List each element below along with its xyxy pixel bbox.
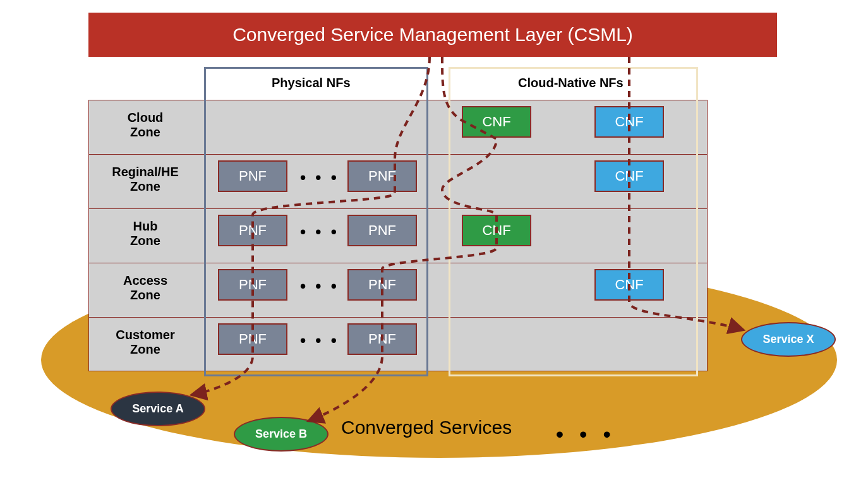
zone-label-cloud: CloudZone bbox=[98, 106, 193, 144]
pnf-regional-1: PNF bbox=[218, 160, 287, 192]
cnf-cloud-blue: CNF bbox=[594, 106, 664, 138]
dots-regional: • • • bbox=[300, 168, 339, 188]
cnf-regional-blue: CNF bbox=[594, 160, 664, 192]
cnf-hub-green: CNF bbox=[462, 215, 531, 246]
dots-customer: • • • bbox=[300, 331, 339, 350]
csml-title: Converged Service Management Layer (CSML… bbox=[232, 24, 633, 45]
zone-label-hub: HubZone bbox=[98, 215, 193, 253]
pnf-hub-2: PNF bbox=[347, 215, 417, 246]
dots-access: • • • bbox=[300, 277, 339, 296]
pnf-hub-1: PNF bbox=[218, 215, 287, 246]
pnf-access-1: PNF bbox=[218, 269, 287, 301]
dots-hub: • • • bbox=[300, 222, 339, 242]
pnf-access-2: PNF bbox=[347, 269, 417, 301]
physical-nfs-label: Physical NFs bbox=[272, 76, 351, 90]
pnf-customer-2: PNF bbox=[347, 323, 417, 355]
zone-label-access: AccessZone bbox=[98, 269, 193, 307]
zone-label-customer: CustomerZone bbox=[98, 323, 193, 361]
service-b-ellipse: Service B bbox=[234, 417, 329, 452]
pnf-customer-1: PNF bbox=[218, 323, 287, 355]
converged-services-dots: • • • bbox=[556, 422, 616, 446]
service-a-ellipse: Service A bbox=[111, 392, 205, 426]
pnf-regional-2: PNF bbox=[347, 160, 417, 192]
csml-header: Converged Service Management Layer (CSML… bbox=[88, 13, 777, 57]
service-x-ellipse: Service X bbox=[741, 322, 836, 357]
zone-label-regional: Reginal/HEZone bbox=[98, 160, 193, 198]
cloud-native-nfs-label: Cloud-Native NFs bbox=[518, 76, 624, 90]
converged-services-label: Converged Services bbox=[341, 417, 512, 438]
cnf-cloud-green: CNF bbox=[462, 106, 531, 138]
cnf-access-blue: CNF bbox=[594, 269, 664, 301]
